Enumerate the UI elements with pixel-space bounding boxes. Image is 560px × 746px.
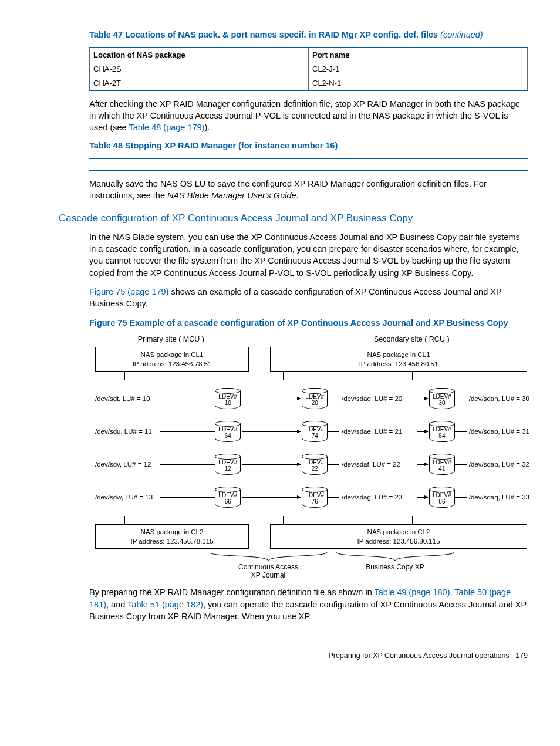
link-table48[interactable]: Table 48 (page 179)	[129, 123, 204, 132]
ldev-row: /dev/sdt, LU# = 10LDEV#10LDEV#20/dev/sda…	[95, 382, 529, 415]
dev-label-right: /dev/sdan, LU# = 30	[467, 395, 529, 402]
connector-line	[455, 497, 467, 498]
figure75-diagram: Primary site ( MCU ) Secondary site ( RC…	[95, 335, 529, 579]
dev-label-mid: /dev/sdae, LU# = 21	[339, 428, 416, 435]
ldev-cylinder: LDEV#84	[429, 421, 455, 442]
page-number: 179	[515, 652, 528, 660]
nas-box-secondary-top: NAS package in CL1 IP address: 123.456.8…	[270, 347, 527, 372]
ldev-row: /dev/sdv, LU# = 12LDEV#12LDEV#22/dev/sda…	[95, 448, 529, 481]
section-heading-cascade: Cascade configuration of XP Continuous A…	[32, 212, 528, 224]
text: IP address: 123.456.80.115	[271, 536, 527, 546]
text: NAS package in CL2	[96, 527, 248, 536]
cell: CL2-J-1	[309, 62, 528, 76]
table-row: CHA-2S CL2-J-1	[90, 62, 528, 76]
text: .	[296, 191, 299, 200]
ldev-cylinder: LDEV#12	[215, 454, 241, 475]
nas-box-secondary-bottom: NAS package in CL2 IP address: 123.456.8…	[270, 524, 527, 549]
dev-label-mid: /dev/sdad, LU# = 20	[339, 395, 416, 402]
text: IP address: 123.456.78.115	[96, 536, 248, 546]
page-footer: Preparing for XP Continuous Access Journ…	[32, 652, 528, 660]
ldev-cylinder: LDEV#30	[429, 388, 455, 409]
ldev-cylinder: LDEV#64	[215, 421, 241, 442]
link-table51[interactable]: Table 51 (page 182)	[127, 600, 203, 609]
dev-label-right: /dev/sdap, LU# = 32	[467, 461, 529, 468]
table-row: CHA-2T CL2-N-1	[90, 76, 528, 90]
col-header-port: Port name	[309, 48, 528, 62]
arrow-icon	[417, 431, 428, 432]
connector-label-caj: Continuous Access XP Journal	[207, 563, 330, 579]
text: NAS package in CL1	[96, 350, 248, 359]
connector-line	[328, 497, 339, 498]
italic-ref: NAS Blade Manager User's Guide	[167, 191, 296, 200]
cell: CHA-2S	[90, 62, 309, 76]
caption-continued: (continued)	[440, 30, 483, 39]
paragraph: Figure 75 (page 179) shows an example of…	[89, 286, 528, 310]
text: NAS package in CL1	[271, 350, 527, 359]
text: , and	[106, 600, 127, 609]
brace-left	[207, 551, 330, 562]
arrow-icon	[242, 497, 301, 498]
cell: CL2-N-1	[309, 76, 528, 90]
connector-line	[160, 431, 215, 432]
brace-right	[333, 551, 457, 562]
connector-line	[328, 399, 339, 399]
footer-title: Preparing for XP Continuous Access Journ…	[328, 652, 509, 660]
arrow-icon	[242, 431, 301, 432]
link-table49[interactable]: Table 49 (page 180)	[375, 588, 450, 597]
text: NAS package in CL2	[271, 527, 527, 536]
dev-label-right: /dev/sdaq, LU# = 33	[467, 494, 529, 501]
col-header-location: Location of NAS package	[90, 48, 309, 62]
ldev-cylinder: LDEV#74	[302, 421, 328, 442]
table48-caption: Table 48 Stopping XP RAID Manager (for i…	[89, 140, 528, 152]
dev-label-mid: /dev/sdag, LU# = 23	[339, 494, 416, 501]
arrow-icon	[242, 399, 301, 399]
link-figure75[interactable]: Figure 75 (page 179)	[89, 287, 168, 296]
connector-line	[328, 431, 339, 432]
connector-line	[160, 399, 215, 399]
arrow-icon	[417, 497, 428, 498]
text: ).	[204, 123, 210, 132]
table47: Location of NAS package Port name CHA-2S…	[89, 47, 528, 91]
ldev-row: /dev/sdw, LU# = 13LDEV#66LDEV#76/dev/sda…	[95, 481, 529, 514]
dev-label-left: /dev/sdu, LU# = 11	[95, 428, 160, 435]
connector-line	[455, 399, 467, 399]
primary-site-label: Primary site ( MCU )	[95, 335, 247, 343]
paragraph: After checking the XP RAID Manager confi…	[89, 98, 528, 134]
paragraph: Manually save the NAS OS LU to save the …	[89, 178, 528, 202]
ldev-cylinder: LDEV#22	[302, 454, 328, 475]
caption-text: Table 47 Locations of NAS pack. & port n…	[89, 30, 438, 39]
ldev-cylinder: LDEV#66	[215, 487, 241, 508]
arrow-icon	[242, 464, 301, 465]
arrow-icon	[417, 399, 428, 399]
dev-label-mid: /dev/sdaf, LU# = 22	[339, 461, 416, 468]
ldev-cylinder: LDEV#86	[429, 487, 455, 508]
ldev-row: /dev/sdu, LU# = 11LDEV#64LDEV#74/dev/sda…	[95, 415, 529, 448]
ldev-cylinder: LDEV#76	[302, 487, 328, 508]
connector-line	[455, 431, 467, 432]
secondary-site-label: Secondary site ( RCU )	[282, 335, 529, 343]
connector-line	[160, 464, 215, 465]
nas-box-primary-top: NAS package in CL1 IP address: 123.456.7…	[95, 347, 249, 372]
paragraph: In the NAS Blade system, you can use the…	[89, 231, 528, 279]
ldev-cylinder: LDEV#41	[429, 454, 455, 475]
paragraph: By preparing the XP RAID Manager configu…	[89, 586, 528, 622]
connector-line	[328, 464, 339, 465]
table47-caption: Table 47 Locations of NAS pack. & port n…	[89, 29, 528, 41]
text: Continuous Access	[207, 563, 330, 571]
dev-label-left: /dev/sdt, LU# = 10	[95, 395, 160, 402]
text: XP Journal	[207, 571, 330, 579]
connector-label-bc: Business Copy XP	[333, 563, 457, 579]
figure75-caption: Figure 75 Example of a cascade configura…	[89, 318, 528, 329]
connector-line	[455, 464, 467, 465]
nas-box-primary-bottom: NAS package in CL2 IP address: 123.456.7…	[95, 524, 249, 549]
dev-label-left: /dev/sdv, LU# = 12	[95, 461, 160, 468]
table48-placeholder	[89, 158, 528, 171]
text: By preparing the XP RAID Manager configu…	[89, 588, 375, 597]
connector-line	[160, 497, 215, 498]
cell: CHA-2T	[90, 76, 309, 90]
dev-label-left: /dev/sdw, LU# = 13	[95, 494, 160, 501]
dev-label-right: /dev/sdao, LU# = 31	[467, 428, 529, 435]
ldev-cylinder: LDEV#20	[302, 388, 328, 409]
text: IP address: 123.456.78.51	[96, 359, 248, 369]
text: IP address: 123.456.80.51	[271, 359, 527, 369]
